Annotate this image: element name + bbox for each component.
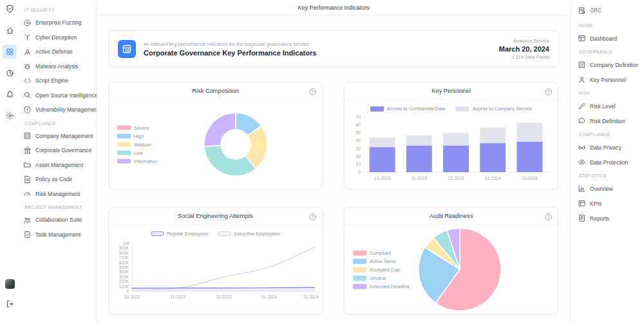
nav-item-reports[interactable]: Reports	[578, 211, 639, 226]
item-label: Collaboration Suite	[35, 217, 82, 223]
legend-item: Compliant	[353, 250, 410, 256]
svg-text:02-2024: 02-2024	[304, 295, 319, 299]
sidebar-item-asset-management[interactable]: Asset Management	[23, 158, 94, 173]
section-label-risk: Risk	[579, 91, 639, 95]
chart-title: Audit Readiness	[430, 213, 473, 219]
sidebar-item-task-management[interactable]: Task Management	[23, 228, 94, 242]
svg-text:01-2024: 01-2024	[261, 295, 277, 299]
svg-text:40: 40	[355, 138, 361, 142]
analytics-service-label: Analytics Service	[499, 38, 549, 44]
legend-item: Executive Employees	[218, 231, 279, 237]
eye-icon	[578, 158, 586, 166]
legend-label: Low	[134, 150, 143, 156]
legend-item: Low	[117, 150, 158, 156]
legend-item: Access to Confidential Data	[370, 106, 446, 112]
user-avatar[interactable]	[5, 279, 15, 289]
shield-alert-icon	[23, 106, 32, 114]
chart-legend: Regular Employees Executive Employees	[109, 231, 322, 237]
item-label: Dashboard	[590, 35, 617, 42]
nav-item-kpis[interactable]: KPIs	[578, 196, 639, 211]
chart-card-key-personnel: Key Personnel Access to Confidential Dat…	[344, 82, 558, 190]
nav-item-overview[interactable]: Overview	[578, 181, 639, 196]
nav-item-company-definition[interactable]: Company Definition	[578, 57, 639, 72]
line-chart-body: Regular Employees Executive Employees 01…	[109, 225, 322, 314]
item-label: Risk Level	[590, 103, 616, 110]
gauge-icon	[23, 190, 32, 198]
settings-gear-icon[interactable]	[3, 108, 17, 122]
help-icon[interactable]	[308, 212, 316, 220]
sidebar-item-vulnerability-management[interactable]: Vulnerability Management	[23, 103, 94, 117]
legend-label: Information	[134, 159, 158, 164]
sidebar-item-enterprise-fuzzing[interactable]: Enterprise Fuzzing	[23, 15, 94, 30]
item-label: Data Protection	[590, 159, 628, 166]
nav-item-key-personnel[interactable]: Key Personnel	[578, 72, 639, 87]
home-icon[interactable]	[3, 23, 17, 37]
sidebar-item-policy-as-code[interactable]: Policy as Code	[23, 172, 94, 187]
svg-text:20: 20	[355, 154, 361, 159]
nav-item-risk-definition[interactable]: Risk Definition	[578, 113, 639, 128]
item-label: Reports	[590, 215, 609, 222]
item-label: Risk Definition	[590, 118, 625, 124]
sidebar-item-cyber-deception[interactable]: Cyber Deception	[23, 30, 94, 45]
sidebar-item-corporate-governance[interactable]: Corporate Governance	[23, 143, 94, 158]
item-label: Key Personnel	[590, 77, 626, 83]
sidebar-item-active-defense[interactable]: Active Defense	[23, 44, 94, 59]
help-icon[interactable]	[544, 212, 552, 220]
logout-icon[interactable]	[3, 297, 17, 311]
svg-text:12-2023: 12-2023	[216, 295, 231, 299]
sidebar-item-collaboration-suite[interactable]: Collaboration Suite	[23, 213, 94, 228]
analytics-pie-icon[interactable]	[3, 66, 17, 80]
item-label: Task Management	[35, 231, 80, 238]
svg-text:200K: 200K	[119, 279, 129, 284]
legend-swatch	[353, 275, 366, 280]
nav-item-risk-level[interactable]: Risk Level	[578, 99, 639, 113]
document-icon	[23, 175, 32, 184]
window-icon	[578, 34, 586, 43]
legend-item: Information	[117, 159, 158, 164]
speech-bubble-icon	[578, 117, 586, 125]
svg-text:60: 60	[355, 122, 361, 127]
legend-label: Accepted Gap	[370, 267, 400, 273]
help-icon[interactable]	[544, 87, 552, 95]
chart-legend: Compliant Action Items Accepted Gap Uncl…	[353, 250, 410, 289]
sidebar-item-script-engine[interactable]: Script Engine	[23, 73, 94, 88]
legend-item: Medium	[117, 142, 158, 148]
item-label: Corporate Governance	[35, 147, 91, 153]
legend-item: Extended Deadline	[353, 284, 410, 289]
chart-title: Risk Composition	[192, 88, 238, 94]
sidebar-item-malware-analysis[interactable]: Malware Analysis	[23, 59, 94, 74]
legend-swatch	[353, 250, 366, 255]
grc-app-badge[interactable]: GRC	[578, 4, 639, 17]
item-label: Company Management	[35, 133, 93, 139]
target-icon	[23, 19, 32, 27]
bank-icon	[23, 146, 32, 155]
svg-text:0: 0	[126, 289, 129, 293]
legend-swatch	[353, 267, 366, 272]
content-area: All relevant key performance indicators …	[97, 15, 570, 315]
people-icon	[23, 216, 32, 224]
notifications-bell-icon[interactable]	[3, 87, 17, 101]
legend-item: Severe	[117, 125, 158, 131]
sidebar-item-company-management[interactable]: Company Management	[23, 129, 94, 144]
card-header: Key Personnel	[345, 83, 558, 100]
help-icon[interactable]	[308, 87, 316, 95]
nav-item-data-protection[interactable]: Data Protection	[578, 155, 639, 170]
main-panel: Key Performance Indicators All relevant …	[97, 0, 570, 323]
svg-text:11-2023: 11-2023	[412, 176, 428, 181]
folder-icon	[23, 161, 32, 169]
sidebar-item-risk-management[interactable]: Risk Management	[23, 187, 94, 202]
item-label: Malware Analysis	[35, 63, 78, 70]
nav-item-dashboard[interactable]: Dashboard	[578, 31, 639, 46]
dashboard-grid-icon[interactable]	[3, 44, 17, 59]
sidebar-item-open-source-intelligence[interactable]: Open Source Intelligence	[23, 88, 94, 103]
legend-label: Medium	[134, 142, 151, 148]
nav-item-data-privacy[interactable]: Data Privacy	[578, 140, 639, 155]
svg-text:1M: 1M	[123, 241, 129, 246]
svg-text:600K: 600K	[119, 260, 129, 265]
section-label-home: Home	[579, 23, 639, 28]
svg-text:12-2023: 12-2023	[448, 176, 464, 181]
legend-label: Action Items	[370, 259, 396, 264]
grc-app-icon	[578, 6, 586, 15]
chart-legend: Severe High Medium Low Information	[117, 125, 158, 164]
person-icon	[578, 75, 586, 84]
